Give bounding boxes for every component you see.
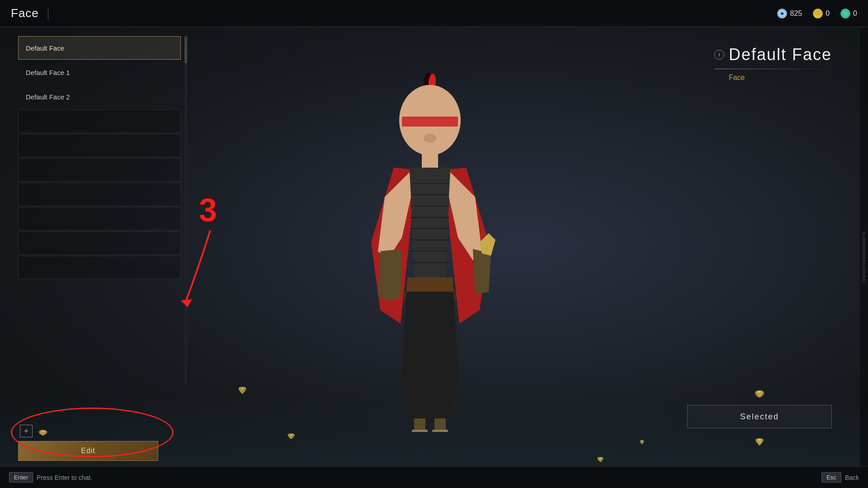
svg-point-30	[759, 439, 761, 441]
svg-rect-3	[402, 117, 458, 127]
svg-point-29	[759, 391, 761, 393]
info-divider	[714, 69, 832, 69]
lotus-row: +	[18, 425, 50, 437]
face-item-empty-4[interactable]	[18, 183, 181, 206]
selected-button-label: Selected	[740, 412, 779, 422]
left-panel: Default Face Default Face 1 Default Face…	[18, 27, 181, 465]
edit-button-label: Edit	[81, 447, 95, 455]
enter-key-badge: Enter	[9, 472, 33, 483]
esc-group: Esc Back	[821, 472, 859, 483]
svg-point-4	[424, 134, 436, 143]
face-item-empty-5[interactable]	[18, 207, 181, 230]
currency-coin: 0	[813, 9, 830, 19]
face-item-label-2: Default Face 2	[26, 93, 70, 101]
svg-point-33	[599, 457, 601, 459]
coin-currency-icon	[813, 9, 823, 19]
face-item-label-1: Default Face 1	[26, 69, 70, 76]
svg-point-26	[42, 430, 44, 432]
face-item-empty-7[interactable]	[18, 256, 181, 279]
top-bar: Face 825 0 0	[0, 0, 868, 27]
face-item-label-0: Default Face	[26, 44, 64, 52]
svg-rect-20	[432, 430, 448, 432]
svg-rect-19	[412, 430, 428, 432]
title-divider	[48, 7, 48, 20]
scrollbar-thumb[interactable]	[184, 36, 187, 63]
bottom-bar: Enter Press Enter to chat. Esc Back	[0, 466, 868, 488]
currency-container: 825 0 0	[777, 9, 857, 19]
face-item-empty-3[interactable]	[18, 158, 181, 182]
enter-key-label: Press Enter to chat.	[37, 474, 92, 481]
left-panel-bottom: + Edit	[18, 420, 181, 465]
info-category: Face	[714, 74, 832, 82]
add-preset-button[interactable]: +	[20, 425, 33, 437]
svg-point-31	[241, 387, 243, 389]
svg-rect-5	[422, 152, 438, 168]
coin-currency-value: 0	[826, 9, 830, 18]
svg-point-25	[815, 11, 821, 15]
face-item-2[interactable]: Default Face 2	[18, 85, 181, 108]
face-item-empty-2[interactable]	[18, 134, 181, 157]
leaf-currency-icon	[840, 9, 850, 19]
side-label: D1028000080168[SEA]	[860, 27, 868, 488]
face-item-1[interactable]: Default Face 1	[18, 61, 181, 84]
selected-button-area: Selected	[687, 386, 832, 447]
side-label-text: D1028000080168[SEA]	[862, 232, 866, 283]
currency-eye: 825	[777, 9, 802, 19]
lotus-bottom	[752, 434, 767, 447]
svg-point-23	[782, 13, 783, 14]
lotus-float-3	[595, 454, 606, 465]
character-figure	[335, 61, 525, 432]
svg-point-32	[290, 434, 292, 436]
back-label: Back	[845, 474, 859, 481]
lotus-float-2	[285, 429, 297, 443]
lotus-float-1	[235, 382, 250, 398]
list-scrollbar[interactable]	[184, 36, 187, 384]
edit-button[interactable]: Edit	[18, 441, 158, 461]
selected-button[interactable]: Selected	[687, 405, 832, 428]
face-item-empty-1[interactable]	[18, 109, 181, 133]
lotus-top	[752, 386, 767, 399]
face-list: Default Face Default Face 1 Default Face…	[18, 27, 181, 420]
right-info-panel: i Default Face Face	[714, 45, 832, 82]
info-name-row: i Default Face	[714, 45, 832, 64]
lotus-icon-1	[36, 425, 50, 437]
esc-key-badge: Esc	[821, 472, 841, 483]
face-item-default[interactable]: Default Face	[18, 36, 181, 60]
page-title: Face	[11, 6, 39, 20]
currency-leaf: 0	[840, 9, 857, 19]
lotus-float-4	[637, 437, 646, 447]
info-icon-button[interactable]: i	[714, 50, 724, 60]
eye-currency-icon	[777, 9, 787, 19]
eye-currency-value: 825	[790, 9, 802, 18]
leaf-currency-value: 0	[853, 9, 857, 18]
face-item-empty-6[interactable]	[18, 231, 181, 255]
svg-point-34	[642, 441, 643, 442]
info-item-name: Default Face	[729, 45, 832, 64]
